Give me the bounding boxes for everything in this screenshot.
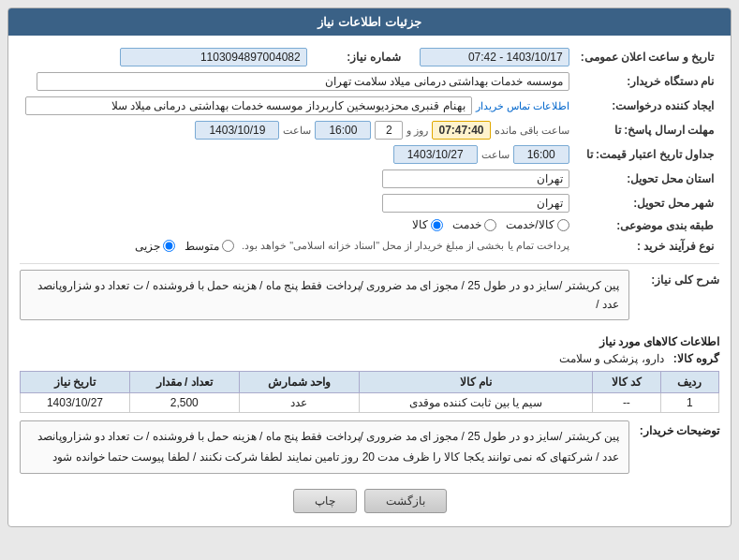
nave-farayand-option-motevaset[interactable]: متوسط <box>185 240 234 253</box>
table-cell-unit: عدد <box>239 393 359 413</box>
mohlat-date: 1403/10/19 <box>195 121 279 140</box>
items-section-label: اطلاعات کالاهای مورد نیاز <box>20 335 719 348</box>
mohlat-label: مهلت ارسال پاسخ: تا <box>575 118 719 142</box>
back-button[interactable]: بازگشت <box>364 489 447 513</box>
col-unit: واحد شمارش <box>239 372 359 393</box>
mohlat-time: 16:00 <box>315 121 371 140</box>
ostan-label: استان محل تحویل: <box>575 167 719 191</box>
mohlat-unit-day: روز و <box>406 125 428 137</box>
jadval-date: 1403/10/27 <box>393 145 478 164</box>
page-header: جزئیات اطلاعات نیاز <box>8 8 731 36</box>
mohlat-day: 2 <box>375 121 403 140</box>
taarikh-value: 1403/10/17 - 07:42 <box>420 48 569 66</box>
mohlat-remaining: 07:47:40 <box>432 121 490 140</box>
tabaghe-label: طبقه بندی موضوعی: <box>575 215 719 237</box>
table-cell-qty: 2,500 <box>129 393 239 413</box>
tozi-text: پین کریشتر /سایز دو در طول 25 / مجوز ای … <box>20 420 629 474</box>
tabaghe-radio-group: کالا/خدمت خدمت کالا <box>412 218 569 231</box>
mohlat-unit-hour: ساعت باقی مانده <box>495 125 569 137</box>
ijad-konande-label: ایجاد کننده درخواست: <box>575 94 719 118</box>
nam-dastgah-label: نام دستگاه خریدار: <box>575 69 719 94</box>
ijad-konande-value: بهنام قنبری محزدیوسخین کاربرداز موسسه خد… <box>25 96 472 115</box>
shomare-niaz-label: شماره نیاز: <box>313 45 406 69</box>
jadval-saaat-label: ساعت <box>481 149 510 161</box>
col-date: تاریخ نیاز <box>21 372 130 393</box>
tabaghe-option-kala[interactable]: کالا <box>412 218 443 231</box>
shahr-label: شهر محل تحویل: <box>575 191 719 215</box>
tabaghe-option-khedmat[interactable]: خدمت <box>452 218 496 231</box>
ostan-value: تهران <box>382 169 569 188</box>
tabaghe-option-kala-khedmat[interactable]: کالا/خدمت <box>506 218 569 231</box>
table-cell-date: 1403/10/27 <box>21 393 130 413</box>
shomare-niaz-value: 1103094897004082 <box>120 48 307 66</box>
table-cell-name: سیم یا بین ثابت کننده موقدی <box>360 393 593 413</box>
print-button[interactable]: چاپ <box>293 489 357 513</box>
col-row: ردیف <box>660 372 718 393</box>
items-table: ردیف کد کالا نام کالا واحد شمارش تعداد /… <box>20 371 719 413</box>
button-row: بازگشت چاپ <box>20 489 719 513</box>
group-label: گروه کالا: <box>673 352 719 365</box>
mohlat-saaat-label: ساعت <box>283 125 311 137</box>
jadval-label: جداول تاریخ اعتبار قیمت: تا <box>575 142 719 167</box>
nave-farayand-option-jozi[interactable]: جزیی <box>135 240 175 253</box>
page-title: جزئیات اطلاعات نیاز <box>318 15 421 29</box>
nave-farayand-label: نوع فرآیند خرید : <box>575 237 719 256</box>
sharh-niaz-label: شرح کلی نیاز: <box>635 270 719 287</box>
sharh-niaz-text: پین کریشتر /سایز دو در طول 25 / مجوز ای … <box>20 270 629 321</box>
col-qty: تعداد / مقدار <box>129 372 239 393</box>
col-name: نام کالا <box>360 372 593 393</box>
nave-farayand-radio-group: متوسط جزیی <box>135 240 234 253</box>
group-value: دارو، پزشکی و سلامت <box>559 352 664 365</box>
jadval-time: 16:00 <box>513 145 569 164</box>
nave-farayand-note: پرداخت تمام یا بخشی از مبلغ خریدار از مح… <box>242 240 569 252</box>
table-cell-code: -- <box>593 393 661 413</box>
etelaat-link[interactable]: اطلاعات تماس خریدار <box>476 100 569 112</box>
shahr-value: تهران <box>382 194 569 213</box>
table-row: 1--سیم یا بین ثابت کننده موقدیعدد2,50014… <box>21 393 719 413</box>
table-cell-row: 1 <box>660 393 718 413</box>
col-code: کد کالا <box>593 372 661 393</box>
tozi-label: توضیحات خریدار: <box>635 420 719 437</box>
nam-dastgah-value: موسسه خدمات بهداشتی درمانی میلاد سلامت ت… <box>37 72 569 91</box>
taarikh-label: تاریخ و ساعت اعلان عمومی: <box>575 45 719 69</box>
